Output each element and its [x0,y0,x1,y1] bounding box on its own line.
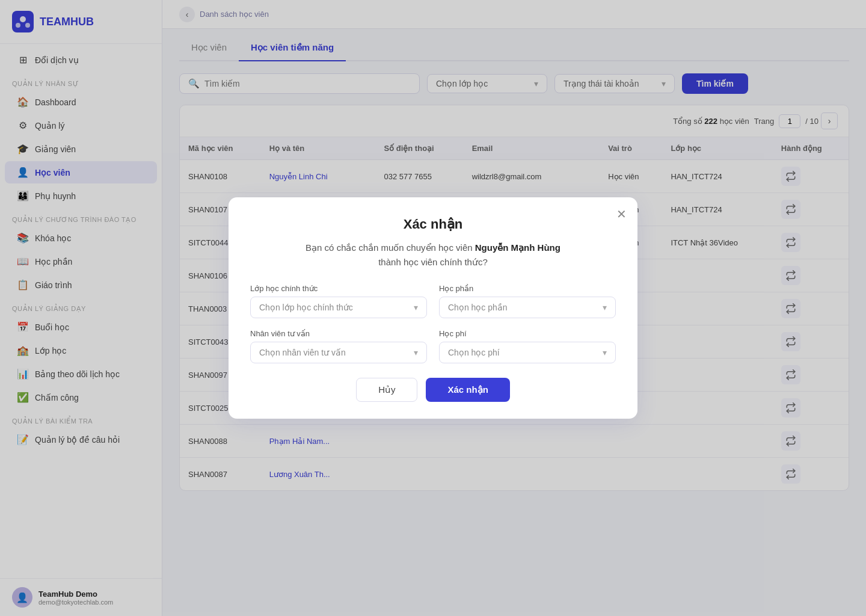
modal-title: Xác nhận [250,217,616,232]
modal-form-row-1: Lớp học chính thức Chọn lớp học chính th… [250,284,616,318]
tuition-label: Học phí [439,329,616,338]
modal-footer: Hủy Xác nhận [250,378,616,402]
consultant-select[interactable]: Chọn nhân viên tư vấn ▾ [250,342,427,363]
modal-description: Bạn có chắc chắn muốn chuyển học viên Ng… [250,241,616,270]
official-class-select[interactable]: Chọn lớp học chính thức ▾ [250,297,427,318]
consultant-label: Nhân viên tư vấn [250,329,427,338]
modal-form-row-2: Nhân viên tư vấn Chọn nhân viên tư vấn ▾… [250,329,616,363]
tuition-select[interactable]: Chọn học phí ▾ [439,342,616,363]
modal-close-button[interactable]: ✕ [616,207,627,221]
chevron-down-icon: ▾ [414,348,418,357]
official-class-group: Lớp học chính thức Chọn lớp học chính th… [250,284,427,318]
chevron-down-icon: ▾ [603,303,607,312]
confirm-button[interactable]: Xác nhận [426,378,509,402]
tuition-group: Học phí Chọn học phí ▾ [439,329,616,363]
subject-group: Học phần Chọn học phần ▾ [439,284,616,318]
modal-overlay: ✕ Xác nhận Bạn có chắc chắn muốn chuyển … [0,0,866,616]
official-class-label: Lớp học chính thức [250,284,427,293]
consultant-group: Nhân viên tư vấn Chọn nhân viên tư vấn ▾ [250,329,427,363]
subject-label: Học phần [439,284,616,293]
chevron-down-icon: ▾ [603,348,607,357]
cancel-button[interactable]: Hủy [356,378,417,402]
subject-select[interactable]: Chọn học phần ▾ [439,297,616,318]
confirm-modal: ✕ Xác nhận Bạn có chắc chắn muốn chuyển … [229,197,637,419]
chevron-down-icon: ▾ [414,303,418,312]
